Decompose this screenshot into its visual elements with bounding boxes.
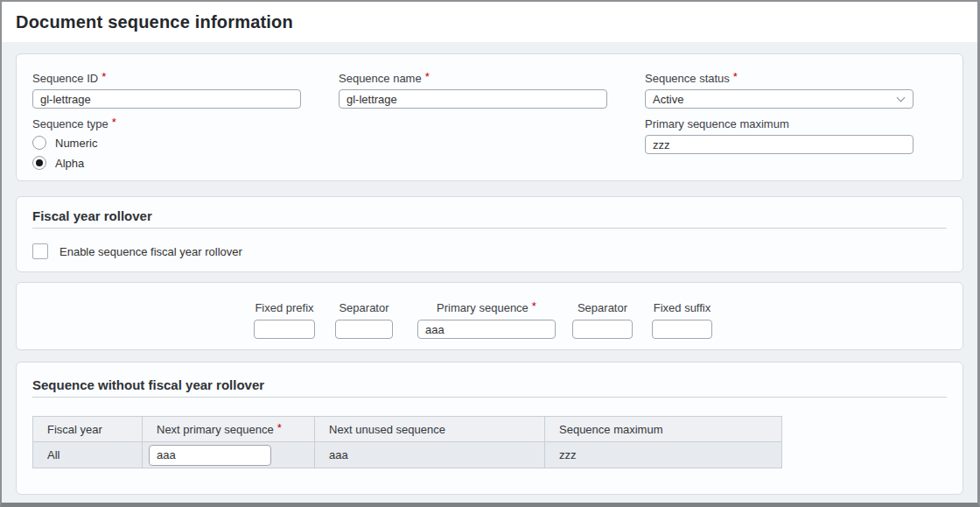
next-primary-sequence-input[interactable] <box>149 445 271 466</box>
sequence-type-field: Sequence type* Numeric Alpha <box>32 117 301 175</box>
sequence-table: Fiscal year Next primary sequence* Next … <box>32 416 782 468</box>
sequence-id-label-text: Sequence ID <box>32 72 98 85</box>
page-header: Document sequence information <box>2 2 977 42</box>
enable-rollover-label: Enable sequence fiscal year rollover <box>60 245 242 258</box>
required-asterisk: * <box>102 70 106 83</box>
sequence-status-field: Sequence status* Active <box>645 72 914 109</box>
cell-sequence-maximum: zzz <box>545 442 782 468</box>
cell-next-primary-sequence <box>143 442 315 468</box>
primary-sequence-maximum-input[interactable] <box>645 135 914 154</box>
sequence-format-panel: Fixed prefix Separator Primary sequence*… <box>16 282 963 350</box>
sequence-without-rollover-panel: Sequence without fiscal year rollover Fi… <box>16 362 963 495</box>
primary-sequence-maximum-field: Primary sequence maximum <box>645 117 914 175</box>
separator-1-input[interactable] <box>335 320 393 339</box>
table-row: All aaa zzz <box>33 442 782 468</box>
fiscal-rollover-section-title: Fiscal year rollover <box>32 208 947 223</box>
primary-sequence-label-text: Primary sequence <box>437 301 528 314</box>
required-asterisk: * <box>277 421 282 434</box>
radio-alpha-label: Alpha <box>55 157 84 170</box>
separator-2-input[interactable] <box>572 320 633 339</box>
header-next-unused-sequence: Next unused sequence <box>315 417 545 442</box>
fixed-prefix-label: Fixed prefix <box>255 301 313 314</box>
section-divider <box>32 228 947 229</box>
fixed-suffix-field: Fixed suffix <box>652 301 712 339</box>
required-asterisk: * <box>532 299 536 313</box>
header-sequence-maximum: Sequence maximum <box>545 417 782 442</box>
sequence-type-label-text: Sequence type <box>32 117 108 130</box>
sequence-info-panel: Sequence ID* Sequence name* Sequence sta… <box>16 53 963 181</box>
no-rollover-section-title: Sequence without fiscal year rollover <box>32 377 947 392</box>
sequence-status-value: Active <box>653 93 683 106</box>
section-divider <box>32 397 947 398</box>
enable-rollover-row[interactable]: Enable sequence fiscal year rollover <box>32 243 947 259</box>
required-asterisk: * <box>112 116 116 129</box>
header-fiscal-year: Fiscal year <box>33 417 143 442</box>
separator-2-field: Separator <box>572 301 633 339</box>
enable-rollover-checkbox[interactable] <box>32 243 48 259</box>
primary-sequence-field: Primary sequence* <box>417 301 556 339</box>
page-title: Document sequence information <box>16 12 293 32</box>
sequence-status-select[interactable]: Active <box>645 89 914 109</box>
separator-1-field: Separator <box>335 301 393 339</box>
fiscal-year-rollover-panel: Fiscal year rollover Enable sequence fis… <box>16 196 963 272</box>
separator-2-label: Separator <box>578 301 627 314</box>
sequence-id-field: Sequence ID* <box>32 72 301 109</box>
cell-next-unused-sequence: aaa <box>315 442 545 468</box>
sequence-id-input[interactable] <box>32 89 301 109</box>
radio-alpha-icon[interactable] <box>32 156 46 170</box>
required-asterisk: * <box>733 70 738 83</box>
sequence-name-label-text: Sequence name <box>339 72 422 85</box>
spacer-column <box>339 117 607 175</box>
separator-1-label: Separator <box>339 301 388 314</box>
primary-sequence-maximum-label: Primary sequence maximum <box>645 117 914 130</box>
sequence-name-input[interactable] <box>339 89 607 109</box>
sequence-status-label: Sequence status* <box>645 72 914 85</box>
radio-numeric-label: Numeric <box>55 137 97 150</box>
sequence-status-label-text: Sequence status <box>645 72 730 85</box>
primary-sequence-input[interactable] <box>417 320 556 339</box>
header-next-primary-sequence: Next primary sequence* <box>143 417 315 442</box>
sequence-type-option-numeric[interactable]: Numeric <box>32 135 301 151</box>
chevron-down-icon <box>897 93 906 102</box>
sequence-type-label: Sequence type* <box>32 117 301 130</box>
radio-numeric-icon[interactable] <box>32 136 46 150</box>
fixed-suffix-label: Fixed suffix <box>654 301 711 314</box>
page-content: Sequence ID* Sequence name* Sequence sta… <box>2 42 977 495</box>
fixed-prefix-field: Fixed prefix <box>254 301 315 339</box>
document-sequence-window: Document sequence information Sequence I… <box>0 0 980 507</box>
header-next-primary-sequence-text: Next primary sequence <box>157 423 274 436</box>
fixed-prefix-input[interactable] <box>254 320 315 339</box>
sequence-name-field: Sequence name* <box>339 72 607 109</box>
sequence-id-label: Sequence ID* <box>32 72 301 85</box>
primary-sequence-label: Primary sequence* <box>437 301 536 314</box>
cell-fiscal-year: All <box>33 442 143 468</box>
table-header-row: Fiscal year Next primary sequence* Next … <box>33 417 782 442</box>
required-asterisk: * <box>425 70 430 83</box>
sequence-type-option-alpha[interactable]: Alpha <box>32 155 301 171</box>
fixed-suffix-input[interactable] <box>652 320 712 339</box>
sequence-name-label: Sequence name* <box>339 72 607 85</box>
